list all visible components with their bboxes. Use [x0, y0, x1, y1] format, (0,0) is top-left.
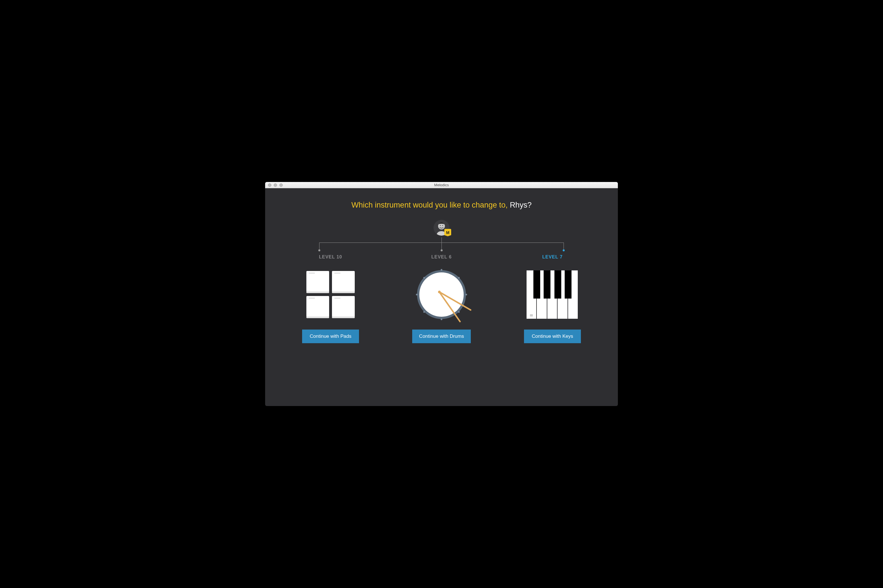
drum-icon	[413, 266, 470, 323]
instrument-columns: LEVEL 10 Continue with Pads LEVEL 6	[282, 255, 601, 343]
branch-connector	[282, 237, 601, 254]
svg-point-4	[442, 225, 443, 226]
pads-icon	[306, 271, 355, 318]
continue-drums-button[interactable]: Continue with Drums	[412, 330, 471, 343]
branch-node-pads	[319, 243, 320, 249]
page-heading: Which instrument would you like to chang…	[282, 201, 601, 210]
level-label-drums: LEVEL 6	[404, 255, 479, 260]
level-label-pads: LEVEL 10	[294, 255, 368, 260]
branch-node-keys	[563, 243, 564, 249]
instrument-column-keys: LEVEL 7	[515, 255, 589, 343]
content-area: Which instrument would you like to chang…	[265, 188, 618, 406]
piano-keys-icon	[527, 270, 578, 319]
branch-node-drums	[442, 243, 442, 249]
instrument-column-drums: LEVEL 6	[404, 255, 479, 343]
instrument-art-drums	[404, 265, 479, 324]
instrument-art-keys	[515, 265, 589, 324]
app-window: Melodics Which instrument would you like…	[265, 182, 618, 406]
instrument-column-pads: LEVEL 10 Continue with Pads	[294, 255, 368, 343]
continue-keys-button[interactable]: Continue with Keys	[524, 330, 581, 343]
heading-question: Which instrument would you like to chang…	[351, 201, 510, 209]
level-label-keys: LEVEL 7	[515, 255, 589, 260]
heading-user-name: Rhys?	[510, 201, 532, 209]
titlebar: Melodics	[265, 182, 618, 188]
instrument-art-pads	[294, 265, 368, 324]
avatar: M	[434, 220, 449, 236]
avatar-badge: M	[445, 229, 451, 236]
window-title: Melodics	[265, 183, 618, 187]
continue-pads-button[interactable]: Continue with Pads	[302, 330, 359, 343]
svg-point-3	[440, 225, 441, 226]
